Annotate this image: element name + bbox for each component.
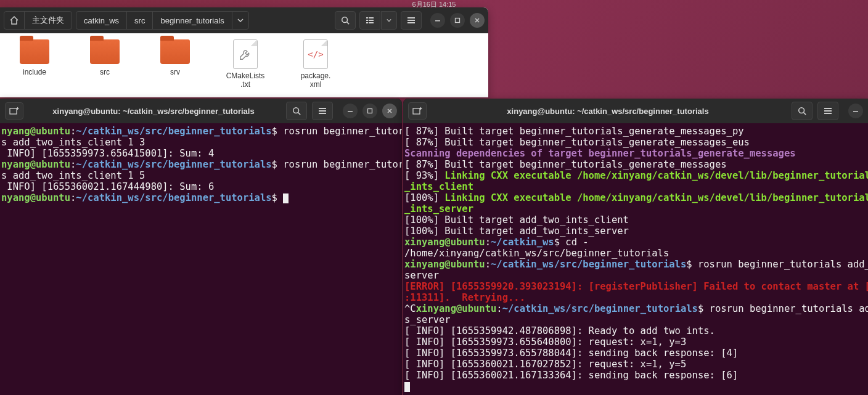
window-controls	[430, 13, 485, 28]
maximize-icon	[454, 17, 461, 23]
terminal-left-title: xinyang@ubuntu: ~/catkin_ws/src/beginner…	[26, 107, 281, 116]
svg-rect-4	[369, 20, 374, 21]
cmd-text: rosrun beginner_tutori	[277, 159, 402, 170]
output-line: [ INFO] [1655359973.655788044]: sending …	[404, 348, 738, 359]
svg-rect-15	[319, 110, 326, 112]
output-line: Scanning dependencies of target beginner…	[404, 148, 796, 159]
svg-rect-2	[369, 17, 374, 18]
svg-rect-7	[407, 17, 415, 18]
output-line: Linking CXX executable /home/xinyang/cat…	[444, 192, 868, 203]
folder-icon	[160, 39, 190, 64]
breadcrumb-src[interactable]: src	[127, 12, 153, 29]
svg-rect-11	[456, 18, 460, 23]
file-grid: include src srv CMakeLists .txt </> pack…	[0, 33, 488, 97]
terminal-right-body[interactable]: [ 87%] Built target beginner_tutorials_g…	[403, 123, 868, 395]
breadcrumb-home[interactable]	[4, 12, 25, 29]
svg-point-0	[342, 17, 348, 23]
folder-srv[interactable]: srv	[150, 39, 200, 97]
svg-rect-1	[366, 17, 368, 18]
file-manager-window: 主文件夹 catkin_ws src beginner_tutorials	[0, 7, 488, 97]
search-button[interactable]	[286, 102, 307, 120]
close-button[interactable]	[470, 13, 485, 28]
svg-rect-14	[319, 108, 326, 109]
minimize-icon	[347, 108, 353, 114]
terminal-right-header: xinyang@ubuntu: ~/catkin_ws/src/beginner…	[403, 99, 868, 123]
svg-rect-12	[10, 108, 17, 114]
cmd-text: $ cd -	[554, 237, 589, 248]
output-line: [ INFO] [1655360021.167027852]: request:…	[404, 359, 686, 370]
output-line: Linking CXX executable /home/xinyang/cat…	[444, 170, 868, 181]
folder-icon	[20, 39, 49, 64]
breadcrumb-beginner-tutorials[interactable]: beginner_tutorials	[153, 12, 232, 29]
svg-rect-21	[824, 108, 832, 109]
file-label: package. xml	[301, 71, 331, 89]
svg-rect-22	[824, 110, 832, 112]
chevron-down-icon	[387, 18, 391, 23]
breadcrumb: 主文件夹	[4, 11, 72, 30]
search-button[interactable]	[335, 11, 356, 30]
folder-icon	[90, 39, 120, 64]
breadcrumb-catkin-ws[interactable]: catkin_ws	[76, 12, 127, 29]
breadcrumb-dropdown[interactable]	[232, 12, 248, 29]
output-line: [ INFO] [1655359973.655640800]: request:…	[404, 336, 686, 348]
terminal-left-header: xinyang@ubuntu: ~/catkin_ws/src/beginner…	[0, 99, 402, 123]
search-icon	[798, 107, 806, 115]
prompt-path: ~/catkin_ws	[491, 237, 554, 248]
output-line: s_server	[404, 314, 451, 325]
file-label: srv	[170, 68, 180, 76]
prompt-user: xinyang@ubuntu	[416, 303, 497, 314]
top-clock: 6月16日 14:15	[0, 0, 868, 5]
view-list-button[interactable]	[359, 11, 380, 30]
svg-rect-16	[319, 113, 326, 114]
file-label: include	[23, 68, 46, 76]
output-line: [ 87%] Built target beginner_tutorials_g…	[404, 159, 727, 170]
search-icon	[341, 16, 350, 25]
hamburger-icon	[318, 107, 327, 115]
xmlfile-icon: </>	[303, 39, 328, 69]
output-line: [ 93%]	[404, 170, 444, 181]
cursor	[283, 193, 289, 203]
close-icon	[387, 108, 393, 114]
terminal-right-window: xinyang@ubuntu: ~/catkin_ws/src/beginner…	[403, 99, 868, 395]
prompt-user: nyang@ubuntu	[1, 126, 70, 137]
output-line: server	[404, 270, 439, 281]
close-button[interactable]	[382, 104, 397, 118]
file-package-xml[interactable]: </> package. xml	[291, 39, 340, 97]
maximize-button[interactable]	[450, 13, 465, 28]
window-controls	[343, 104, 397, 118]
svg-rect-24	[853, 111, 858, 112]
svg-rect-6	[369, 22, 374, 23]
file-label: CMakeLists .txt	[226, 71, 265, 89]
search-icon	[292, 107, 301, 115]
textfile-icon	[233, 39, 258, 69]
output-line: [100%] Built target add_two_ints_client	[404, 214, 629, 226]
folder-include[interactable]: include	[10, 39, 59, 97]
prompt-user: xinyang@ubuntu	[404, 259, 485, 270]
hamburger-menu-button[interactable]	[401, 11, 422, 30]
breadcrumb-path: catkin_ws src beginner_tutorials	[76, 11, 249, 30]
new-tab-button[interactable]	[5, 102, 23, 120]
minimize-button[interactable]	[343, 104, 358, 118]
minimize-button[interactable]	[848, 104, 863, 118]
output-line: _ints_server	[404, 203, 473, 214]
hamburger-menu-button[interactable]	[312, 102, 333, 120]
maximize-button[interactable]	[362, 104, 377, 118]
breadcrumb-home-label[interactable]: 主文件夹	[25, 12, 72, 29]
terminal-left-body[interactable]: nyang@ubuntu:~/catkin_ws/src/beginner_tu…	[0, 123, 402, 395]
hamburger-icon	[824, 107, 832, 115]
home-icon	[9, 15, 19, 25]
minimize-button[interactable]	[430, 13, 445, 28]
view-dropdown-button[interactable]	[381, 11, 397, 30]
new-tab-button[interactable]	[408, 102, 427, 120]
output-line: [ INFO] [1655359942.487806898]: Ready to…	[404, 325, 715, 336]
cursor	[404, 382, 410, 392]
hamburger-icon	[407, 16, 416, 25]
output-line: [100%]	[404, 192, 444, 203]
output-line: /home/xinyang/catkin_ws/src/beginner_tut…	[404, 248, 669, 259]
list-icon	[366, 16, 374, 25]
search-button[interactable]	[792, 102, 813, 120]
output-line: [ 87%] Built target beginner_tutorials_g…	[404, 137, 750, 148]
folder-src[interactable]: src	[80, 39, 129, 97]
hamburger-menu-button[interactable]	[817, 102, 838, 120]
file-cmakelists[interactable]: CMakeLists .txt	[221, 39, 270, 97]
